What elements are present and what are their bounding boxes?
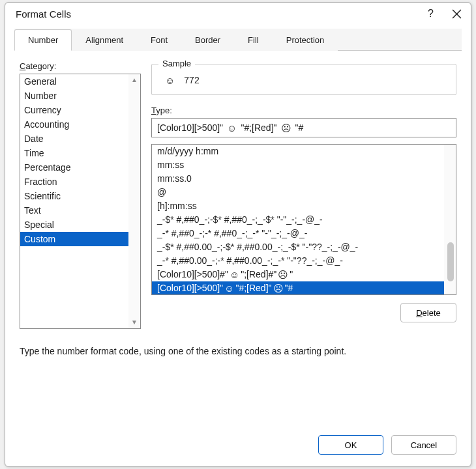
text-segment: @: [157, 186, 166, 199]
text-segment: m/d/yyyy h:mm: [157, 145, 218, 158]
category-item[interactable]: Percentage: [20, 160, 128, 175]
scrollbar-thumb[interactable]: [447, 242, 454, 281]
smile-icon: ☺: [227, 123, 237, 133]
tab-fill[interactable]: Fill: [234, 29, 273, 51]
category-item[interactable]: Number: [20, 89, 128, 103]
text-segment: ";[Red]#": [241, 268, 276, 281]
format-item[interactable]: _-* #,##0.00_-;-* #,##0.00_-;_-* "-"??_-…: [152, 254, 444, 268]
category-label: Category:: [20, 61, 141, 71]
text-segment: mm:ss: [157, 159, 184, 171]
cancel-button[interactable]: Cancel: [391, 435, 456, 455]
ok-button[interactable]: OK: [318, 435, 383, 455]
scroll-up-icon[interactable]: ▲: [131, 77, 138, 83]
tab-border[interactable]: Border: [181, 29, 234, 51]
tab-alignment[interactable]: Alignment: [72, 29, 137, 51]
text-segment: [Color10][>500]#": [157, 268, 228, 281]
category-listbox[interactable]: GeneralNumberCurrencyAccountingDateTimeP…: [20, 74, 141, 329]
sad-icon: ☹: [278, 270, 288, 279]
tab-font[interactable]: Font: [137, 29, 181, 51]
format-item[interactable]: _-$* #,##0.00_-;-$* #,##0.00_-;_-$* "-"?…: [152, 240, 444, 254]
category-item[interactable]: Date: [20, 132, 128, 146]
text-segment: mm:ss.0: [157, 173, 192, 185]
category-item[interactable]: Fraction: [20, 175, 128, 189]
category-item[interactable]: Text: [20, 203, 128, 218]
format-item[interactable]: _-$* #,##0_-;-$* #,##0_-;_-$* "-"_-;_-@_…: [152, 213, 444, 227]
text-segment: [Color10][>500]": [157, 122, 223, 133]
format-cells-dialog: Format Cells ? NumberAlignmentFontBorder…: [5, 2, 471, 467]
smile-icon: ☺: [224, 283, 234, 293]
sample-value: 772: [184, 75, 199, 85]
text-segment: _-$* #,##0.00_-;-$* #,##0.00_-;_-$* "-"?…: [157, 241, 358, 253]
category-item[interactable]: Special: [20, 218, 128, 232]
tab-number[interactable]: Number: [14, 29, 72, 51]
dialog-footer: OK Cancel: [5, 426, 471, 466]
format-item[interactable]: [Color10][>500]#"☺";[Red]#"☹": [152, 268, 444, 281]
type-input[interactable]: [Color10][>500]"☺ "#;[Red]"☹ "#: [151, 118, 456, 137]
scroll-down-icon[interactable]: ▼: [131, 319, 138, 326]
help-icon[interactable]: ?: [428, 8, 434, 20]
titlebar: Format Cells ?: [5, 3, 471, 25]
format-item[interactable]: @: [152, 186, 444, 199]
smile-icon: ☺: [165, 76, 175, 85]
format-item[interactable]: mm:ss.0: [152, 172, 444, 186]
category-item[interactable]: Custom: [20, 232, 128, 246]
tab-protection[interactable]: Protection: [273, 29, 338, 51]
type-label: Type:: [151, 106, 456, 115]
category-item[interactable]: General: [20, 74, 128, 89]
category-item[interactable]: Accounting: [20, 117, 128, 132]
text-segment: _-* #,##0_-;-* #,##0_-;_-* "-"_-;_-@_-: [157, 227, 307, 240]
sample-label: Sample: [158, 59, 195, 68]
text-segment: [h]:mm:ss: [157, 200, 197, 212]
format-item[interactable]: _-* #,##0_-;-* #,##0_-;_-* "-"_-;_-@_-: [152, 227, 444, 240]
help-text: Type the number format code, using one o…: [20, 346, 456, 356]
format-item[interactable]: [Color10][>500]"☺ "#;[Red]"☹ "#: [152, 281, 444, 294]
sad-icon: ☹: [273, 283, 284, 293]
category-item[interactable]: Currency: [20, 103, 128, 117]
text-segment: "#;[Red]": [241, 122, 276, 133]
format-item[interactable]: m/d/yyyy h:mm: [152, 145, 444, 158]
format-item[interactable]: [h]:mm:ss: [152, 199, 444, 213]
text-segment: "#: [295, 122, 304, 133]
delete-button[interactable]: Delete: [400, 303, 456, 322]
text-segment: [Color10][>500]": [157, 282, 223, 294]
scrollbar[interactable]: ▲ ▼: [128, 74, 140, 328]
smile-icon: ☺: [230, 270, 239, 279]
text-segment: "#;[Red]": [235, 282, 271, 294]
category-item[interactable]: Scientific: [20, 189, 128, 203]
dialog-title: Format Cells: [16, 8, 71, 20]
format-item[interactable]: mm:ss: [152, 158, 444, 172]
close-icon[interactable]: [452, 9, 462, 19]
tabs: NumberAlignmentFontBorderFillProtection: [5, 25, 471, 51]
text-segment: ": [290, 268, 293, 281]
sad-icon: ☹: [281, 123, 291, 133]
text-segment: _-$* #,##0_-;-$* #,##0_-;_-$* "-"_-;_-@_…: [157, 214, 323, 226]
text-segment: _-* #,##0.00_-;-* #,##0.00_-;_-* "-"??_-…: [157, 255, 343, 267]
sample-group: Sample ☺ 772: [151, 64, 456, 95]
scrollbar[interactable]: [444, 145, 456, 294]
text-segment: "#: [285, 282, 293, 294]
category-item[interactable]: Time: [20, 146, 128, 160]
format-list[interactable]: m/d/yyyy h:mmmm:ssmm:ss.0@[h]:mm:ss_-$* …: [151, 144, 456, 295]
